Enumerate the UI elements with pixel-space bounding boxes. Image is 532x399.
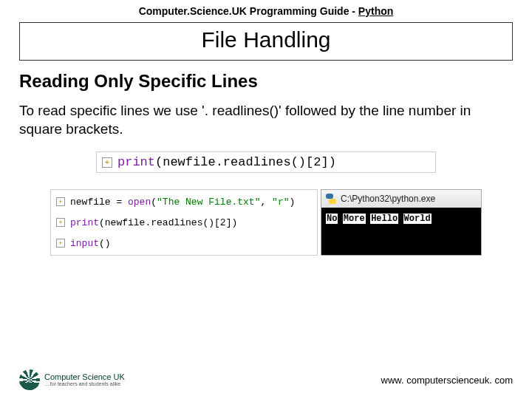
code-text2: ]) xyxy=(321,155,335,169)
section-heading: Reading Only Specific Lines xyxy=(19,71,513,92)
console-body: No More Hello World xyxy=(321,208,481,255)
header-prefix: Computer.Science.UK Programming Guide - xyxy=(139,5,358,17)
console-panel: C:\Python32\python.exe No More Hello Wor… xyxy=(321,189,482,256)
header-text: Computer.Science.UK Programming Guide - … xyxy=(139,5,394,17)
code-line-3: input() xyxy=(70,238,111,249)
header-suffix: Python xyxy=(358,5,393,17)
code-row: + input() xyxy=(51,233,317,253)
code-line-2: print(newfile.readlines()[2]) xyxy=(70,217,237,228)
fold-gutter: + xyxy=(97,157,117,168)
main-section: Reading Only Specific Lines To read spec… xyxy=(0,71,532,256)
brand-name: Computer Science UK xyxy=(44,372,125,381)
console-word: No xyxy=(326,214,338,224)
panels: + newfile = open("The New File.txt", "r"… xyxy=(50,189,482,256)
console-title: C:\Python32\python.exe xyxy=(341,194,435,204)
logo-icon xyxy=(19,369,40,390)
fold-plus-icon: + xyxy=(56,239,65,248)
footer-url: www. computerscienceuk. com xyxy=(381,375,513,386)
footer: Computer Science UK ....for teachers and… xyxy=(0,365,532,395)
console-titlebar: C:\Python32\python.exe xyxy=(321,190,481,208)
code-text: (newfile.readlines()[ xyxy=(155,155,313,169)
body-text: To read specific lines we use '. readlin… xyxy=(19,102,513,138)
fold-plus-icon: + xyxy=(102,157,112,168)
console-word: Hello xyxy=(370,214,398,224)
code-row: + print(newfile.readlines()[2]) xyxy=(51,212,317,233)
footer-logo: Computer Science UK ....for teachers and… xyxy=(19,369,125,390)
fold-plus-icon: + xyxy=(56,197,65,206)
code-line-1: newfile = open("The New File.txt", "r") xyxy=(70,197,295,208)
title-box: File Handling xyxy=(19,22,513,61)
console-word: World xyxy=(403,214,432,224)
logo-text: Computer Science UK ....for teachers and… xyxy=(44,372,125,387)
code-line: print(newfile.readlines()[2]) xyxy=(117,155,336,169)
console-word: More xyxy=(343,214,366,224)
python-icon xyxy=(326,194,336,204)
code-num: 2 xyxy=(313,155,321,169)
page-title: File Handling xyxy=(20,27,512,52)
code-example-single: + print(newfile.readlines()[2]) xyxy=(96,151,436,173)
console-output: No More Hello World xyxy=(326,211,433,224)
fold-plus-icon: + xyxy=(56,218,65,227)
code-editor-panel: + newfile = open("The New File.txt", "r"… xyxy=(50,189,318,256)
keyword: print xyxy=(117,155,155,169)
header: Computer.Science.UK Programming Guide - … xyxy=(0,0,532,18)
code-row: + newfile = open("The New File.txt", "r"… xyxy=(51,191,317,212)
brand-tagline: ....for teachers and students alike xyxy=(44,381,125,387)
